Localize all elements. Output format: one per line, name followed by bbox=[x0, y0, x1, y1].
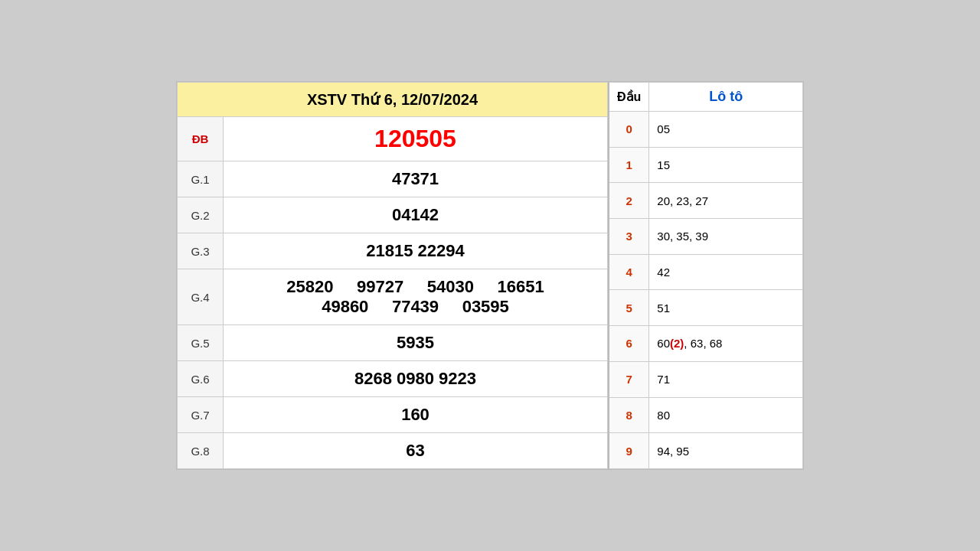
loto-row: 220, 23, 27 bbox=[609, 183, 803, 219]
prize-label: G.1 bbox=[178, 161, 224, 197]
loto-cell: 60(2), 63, 68 bbox=[649, 326, 803, 362]
loto-cell: 42 bbox=[649, 254, 803, 290]
loto-row: 994, 95 bbox=[609, 433, 803, 469]
prize-value: 5935 bbox=[224, 325, 608, 361]
loto-row: 880 bbox=[609, 397, 803, 433]
prize-label: G.8 bbox=[178, 433, 224, 469]
loto-cell: 15 bbox=[649, 147, 803, 183]
loto-header-title: Lô tô bbox=[649, 83, 803, 112]
prize-value: 25820 99727 54030 1665149860 77439 03595 bbox=[224, 269, 608, 325]
loto-table: Đầu Lô tô 005115220, 23, 27330, 35, 3944… bbox=[608, 82, 803, 469]
dau-cell: 9 bbox=[609, 433, 649, 469]
table-row: G.321815 22294 bbox=[178, 233, 608, 269]
loto-row: 660(2), 63, 68 bbox=[609, 326, 803, 362]
prize-label: G.5 bbox=[178, 325, 224, 361]
dau-cell: 2 bbox=[609, 183, 649, 219]
table-row: ĐB120505 bbox=[178, 117, 608, 161]
prize-value: 63 bbox=[224, 433, 608, 469]
prize-label: G.2 bbox=[178, 197, 224, 233]
table-header: XSTV Thứ 6, 12/07/2024 bbox=[178, 83, 608, 117]
prize-value: 47371 bbox=[224, 161, 608, 197]
loto-row: 115 bbox=[609, 147, 803, 183]
loto-cell: 94, 95 bbox=[649, 433, 803, 469]
prize-value: 04142 bbox=[224, 197, 608, 233]
loto-row: 551 bbox=[609, 290, 803, 326]
dau-cell: 7 bbox=[609, 361, 649, 397]
dau-cell: 5 bbox=[609, 290, 649, 326]
table-row: G.204142 bbox=[178, 197, 608, 233]
prize-value: 21815 22294 bbox=[224, 233, 608, 269]
prize-table: XSTV Thứ 6, 12/07/2024 ĐB120505G.147371G… bbox=[177, 82, 608, 469]
prize-label: G.7 bbox=[178, 397, 224, 433]
dau-cell: 8 bbox=[609, 397, 649, 433]
table-row: G.425820 99727 54030 1665149860 77439 03… bbox=[178, 269, 608, 325]
dau-cell: 4 bbox=[609, 254, 649, 290]
table-row: G.863 bbox=[178, 433, 608, 469]
prize-value: 8268 0980 9223 bbox=[224, 361, 608, 397]
loto-header-row: Đầu Lô tô bbox=[609, 83, 803, 112]
table-row: G.55935 bbox=[178, 325, 608, 361]
prize-label: G.3 bbox=[178, 233, 224, 269]
table-title: XSTV Thứ 6, 12/07/2024 bbox=[178, 83, 608, 117]
dau-cell: 6 bbox=[609, 326, 649, 362]
loto-row: 442 bbox=[609, 254, 803, 290]
loto-cell: 71 bbox=[649, 361, 803, 397]
dau-cell: 1 bbox=[609, 147, 649, 183]
prize-value: 160 bbox=[224, 397, 608, 433]
loto-cell: 20, 23, 27 bbox=[649, 183, 803, 219]
loto-cell: 80 bbox=[649, 397, 803, 433]
prize-label: G.6 bbox=[178, 361, 224, 397]
prize-label: ĐB bbox=[178, 117, 224, 161]
table-row: G.7160 bbox=[178, 397, 608, 433]
prize-label: G.4 bbox=[178, 269, 224, 325]
loto-row: 771 bbox=[609, 361, 803, 397]
dau-cell: 3 bbox=[609, 219, 649, 255]
main-container: XSTV Thứ 6, 12/07/2024 ĐB120505G.147371G… bbox=[176, 81, 804, 470]
dau-cell: 0 bbox=[609, 112, 649, 148]
prize-value: 120505 bbox=[224, 117, 608, 161]
loto-row: 005 bbox=[609, 112, 803, 148]
loto-cell: 05 bbox=[649, 112, 803, 148]
loto-row: 330, 35, 39 bbox=[609, 219, 803, 255]
loto-cell: 30, 35, 39 bbox=[649, 219, 803, 255]
loto-header-dau: Đầu bbox=[609, 83, 649, 112]
table-row: G.147371 bbox=[178, 161, 608, 197]
table-row: G.68268 0980 9223 bbox=[178, 361, 608, 397]
loto-cell: 51 bbox=[649, 290, 803, 326]
